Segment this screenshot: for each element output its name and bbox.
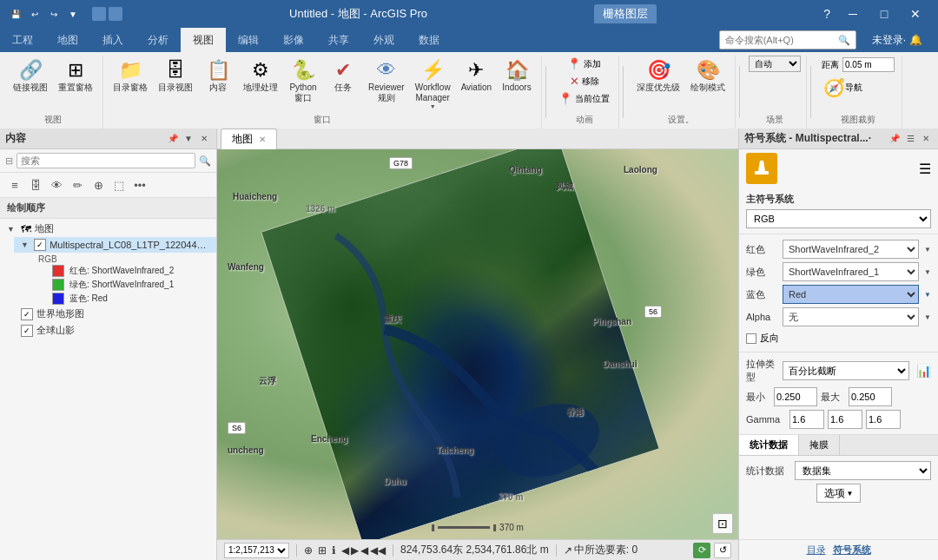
indoors-btn[interactable]: 🏠 Indoors	[498, 56, 536, 96]
hillshade-checkbox[interactable]: ✓	[21, 325, 33, 337]
command-search[interactable]: 🔍	[719, 30, 856, 49]
tree-item-hillshade[interactable]: ✓ 全球山影	[14, 322, 216, 339]
panel-options-icon[interactable]: ☰	[919, 161, 931, 177]
map-extent-btn[interactable]: ⊡	[712, 513, 733, 534]
tree-item-multispectral[interactable]: ▼ ✓ Multispectral_LC08_L1TP_122044_20...	[14, 237, 216, 253]
minimize-btn[interactable]: ─	[837, 0, 869, 28]
right-pin-icon[interactable]: 📌	[888, 132, 902, 146]
green-field-select[interactable]: ShortWaveInfrared_1	[783, 262, 919, 281]
signin-btn[interactable]: 未登录· 🔔	[863, 30, 931, 50]
histogram-icon[interactable]: 📊	[916, 364, 931, 378]
max-input[interactable]	[849, 387, 892, 406]
tasks-btn[interactable]: ✔ 任务	[324, 56, 362, 96]
search-trigger-icon[interactable]: 🔍	[199, 155, 211, 167]
stat-data-tab[interactable]: 统计数据	[739, 435, 799, 455]
alpha-field-select[interactable]: 无	[783, 307, 919, 326]
aviation-btn[interactable]: ✈ Aviation	[457, 56, 496, 96]
scene-select[interactable]: 自动	[749, 56, 801, 72]
pin-icon[interactable]: 📌	[166, 132, 180, 146]
ribbon-tab-data[interactable]: 数据	[406, 28, 452, 52]
edit-layer-icon[interactable]: ✏	[68, 175, 87, 194]
grid-icon[interactable]: ⊞	[318, 544, 327, 557]
link-view-btn[interactable]: 🔗 链接视图	[9, 56, 52, 96]
contents-btn[interactable]: 📋 内容	[199, 56, 237, 96]
depth-priority-btn[interactable]: 🎯 深度优先级	[632, 56, 684, 96]
undo-icon[interactable]: ↩	[26, 5, 43, 23]
expand-icon[interactable]: ▼	[7, 225, 17, 234]
search-input[interactable]	[725, 35, 838, 45]
stretch-type-select[interactable]: 百分比截断	[783, 361, 909, 380]
reverse-checkbox[interactable]	[746, 333, 756, 344]
expand-icon-2[interactable]: ▼	[21, 240, 30, 249]
maximize-btn[interactable]: □	[869, 0, 900, 28]
nav-right-icon[interactable]: ▶	[351, 544, 359, 557]
catalog-pane-btn[interactable]: 📁 目录窗格	[109, 56, 152, 96]
topo-checkbox[interactable]: ✓	[21, 308, 33, 320]
panel-menu-icon[interactable]: ▼	[182, 132, 195, 146]
ribbon-tab-project[interactable]: 工程	[0, 28, 45, 52]
close-btn[interactable]: ✕	[900, 0, 931, 28]
min-input[interactable]	[774, 387, 817, 406]
nav-play-icon[interactable]: ◀	[360, 544, 368, 557]
ribbon-tab-imagery[interactable]: 影像	[271, 28, 316, 52]
map-close-icon[interactable]: ✕	[259, 135, 266, 144]
catalog-view-btn[interactable]: 🗄 目录视图	[154, 56, 197, 96]
ribbon-tab-analysis[interactable]: 分析	[135, 28, 181, 52]
ribbon-tab-view[interactable]: 视图	[181, 28, 226, 52]
right-menu-icon[interactable]: ☰	[903, 132, 917, 146]
tree-item-map-root[interactable]: ▼ 🗺 地图	[0, 221, 216, 237]
ribbon-tab-raster[interactable]: 栅格图层	[594, 4, 657, 23]
map-label: 地图	[35, 222, 54, 235]
redo-icon[interactable]: ↪	[45, 5, 63, 23]
python-btn[interactable]: 🐍 Python窗口	[284, 56, 322, 106]
remove-animation-btn[interactable]: ✕ 移除	[555, 73, 613, 89]
gamma-r-input[interactable]	[789, 410, 824, 429]
navigation-btn[interactable]: 🧭 导航	[820, 76, 896, 100]
ribbon-tab-appearance[interactable]: 外观	[361, 28, 406, 52]
help-btn[interactable]: ?	[823, 7, 830, 21]
color-mode-select[interactable]: RGB	[746, 209, 931, 228]
map-tab[interactable]: 地图 ✕	[221, 128, 277, 149]
layer-list-icon[interactable]: ≡	[5, 175, 24, 194]
panel-close-icon[interactable]: ✕	[197, 132, 211, 146]
ribbon-tab-share[interactable]: 共享	[316, 28, 361, 52]
nav-fast-icon[interactable]: ◀◀	[370, 544, 386, 557]
reviewer-btn[interactable]: 👁 Reviewer规则	[364, 56, 409, 106]
right-close-icon[interactable]: ✕	[919, 132, 933, 146]
ribbon-tab-edit[interactable]: 编辑	[226, 28, 271, 52]
info-icon[interactable]: ℹ	[332, 544, 336, 557]
nav-left-icon[interactable]: ◀	[341, 544, 349, 557]
ribbon-tab-insert[interactable]: 插入	[90, 28, 135, 52]
refresh-btn[interactable]: ↺	[714, 543, 731, 558]
content-search-input[interactable]	[17, 153, 195, 168]
dropdown-icon[interactable]: ▼	[64, 5, 82, 23]
catalog-nav-btn[interactable]: 目录	[807, 544, 826, 557]
distance-input[interactable]	[842, 57, 895, 72]
red-field-select[interactable]: ShortWaveInfrared_2	[783, 240, 919, 259]
current-pos-btn[interactable]: 📍 当前位置	[555, 90, 613, 107]
symbol-nav-btn[interactable]: 符号系统	[833, 544, 871, 557]
database-icon[interactable]: 🗄	[26, 175, 45, 194]
ribbon-tab-map[interactable]: 地图	[45, 28, 90, 52]
sync-btn[interactable]: ⟳	[693, 543, 710, 558]
layer-checkbox[interactable]: ✓	[34, 239, 46, 251]
stat-data-select[interactable]: 数据集	[795, 461, 931, 480]
mask-tab[interactable]: 掩膜	[799, 435, 840, 455]
save-icon[interactable]: 💾	[7, 5, 24, 23]
workflow-btn[interactable]: ⚡ WorkflowManager ▼	[411, 56, 455, 112]
draw-mode-btn[interactable]: 🎨 绘制模式	[686, 56, 730, 96]
select-layer-icon[interactable]: ⬚	[109, 175, 129, 194]
options-btn[interactable]: 选项 ▼	[816, 484, 862, 503]
add-layer-icon[interactable]: ⊕	[89, 175, 108, 194]
scale-select[interactable]: 1:2,157,213	[224, 543, 289, 558]
cursor-icon[interactable]: ⊕	[304, 544, 313, 557]
geoprocessing-btn[interactable]: ⚙ 地理处理	[239, 56, 282, 96]
layer-visibility-icon[interactable]: 👁	[47, 175, 66, 194]
tree-item-world-topo[interactable]: ✓ 世界地形图	[14, 306, 216, 322]
reset-pane-btn[interactable]: ⊞ 重置窗格	[54, 56, 97, 96]
add-animation-btn[interactable]: 📍 添加	[555, 56, 613, 72]
gamma-b-input[interactable]	[866, 410, 901, 429]
gamma-g-input[interactable]	[828, 410, 862, 429]
blue-field-select[interactable]: Red	[783, 285, 919, 304]
more-options-icon[interactable]: •••	[130, 175, 149, 194]
